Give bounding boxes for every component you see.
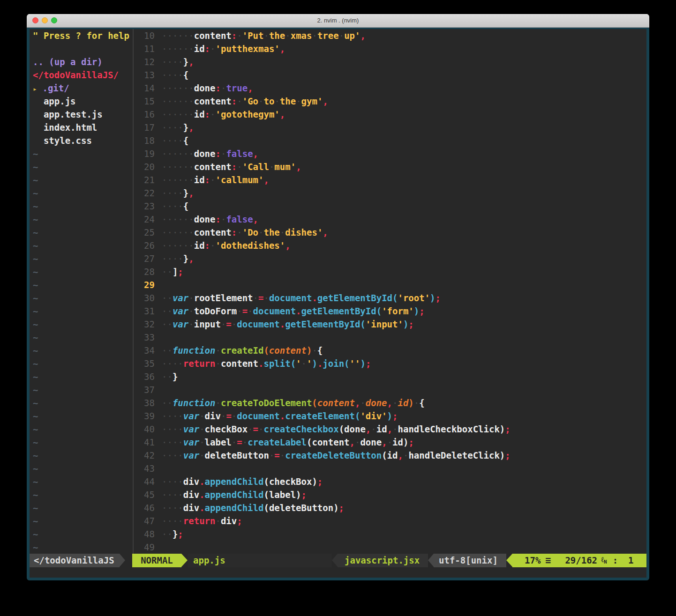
code-line[interactable]: 17····}, bbox=[134, 121, 646, 134]
whitespace-dot: · bbox=[173, 44, 178, 54]
code-line[interactable]: 30··var·rootElement·=·document.getElemen… bbox=[134, 291, 646, 304]
code-line[interactable]: 20······content:·'Call·mum', bbox=[134, 160, 646, 173]
editor-pane[interactable]: 10······content:·'Put·the·xmas·tree·up',… bbox=[134, 29, 646, 554]
code-line[interactable]: 39····var·div·=·document.createElement('… bbox=[134, 409, 646, 423]
whitespace-dot: · bbox=[167, 240, 172, 251]
code-line[interactable]: 36··} bbox=[134, 370, 646, 383]
code-line[interactable]: 27····}, bbox=[134, 252, 646, 265]
whitespace-dot: · bbox=[183, 96, 188, 106]
code-line[interactable]: 42····var·deleteButton·=·createDeleteBut… bbox=[134, 449, 646, 462]
code-line[interactable]: 22····}, bbox=[134, 186, 646, 200]
whitespace-dot: · bbox=[242, 437, 248, 447]
nerdtree-sidebar[interactable]: " Press ? for help.. (up a dir)</todoVan… bbox=[30, 29, 134, 554]
code-line[interactable]: 18····{ bbox=[134, 134, 646, 147]
code-line[interactable]: 34··function·createId(content)·{ bbox=[134, 344, 646, 357]
tree-item-index.html[interactable]: index.html bbox=[30, 121, 133, 134]
code-line[interactable]: 10······content:·'Put·the·xmas·tree·up', bbox=[134, 29, 646, 42]
code-line[interactable]: 25······content:·'Do·the·dishes', bbox=[134, 226, 646, 239]
segment-arrow-icon bbox=[332, 554, 338, 567]
tree-item-app.test.js[interactable]: app.test.js bbox=[30, 108, 133, 121]
whitespace-dot: · bbox=[173, 476, 178, 487]
code-line[interactable]: 37 bbox=[134, 383, 646, 396]
file-name: app.js bbox=[33, 96, 76, 106]
tree-root[interactable]: </todoVanillaJS/ bbox=[30, 68, 133, 82]
code-text: ······done:·true, bbox=[162, 82, 253, 95]
statusline: </todoVanillaJS NORMAL app.js javascript… bbox=[30, 554, 646, 567]
code-line[interactable]: 46····div.appendChild(deleteButton); bbox=[134, 501, 646, 514]
line-number: 21 bbox=[134, 173, 155, 186]
code-line[interactable]: 24······done:·false, bbox=[134, 213, 646, 226]
code-line[interactable]: 21······id:·'callmum', bbox=[134, 173, 646, 186]
code-line[interactable]: 16······id:·'gotothegym', bbox=[134, 108, 646, 121]
whitespace-dot: · bbox=[167, 70, 172, 80]
code-line[interactable]: 26······id:·'dothedishes', bbox=[134, 239, 646, 252]
code-line[interactable]: 11······id:·'putthexmas', bbox=[134, 42, 646, 55]
code-line[interactable]: 49 bbox=[134, 541, 646, 554]
disclosure-arrow-icon[interactable]: ▸ bbox=[33, 85, 37, 93]
code-line[interactable]: 45····div.appendChild(label); bbox=[134, 488, 646, 501]
empty-line-tilde: ~ bbox=[30, 200, 133, 213]
line-number: 36 bbox=[134, 370, 155, 383]
code-line[interactable]: 28··]; bbox=[134, 265, 646, 278]
tree-item-up-dir[interactable]: .. (up a dir) bbox=[30, 55, 133, 68]
whitespace-dot: · bbox=[355, 437, 360, 447]
title-bar[interactable]: 2. nvim . (nvim) bbox=[27, 14, 649, 28]
whitespace-dot: · bbox=[167, 306, 172, 316]
code-line[interactable]: 14······done:·true, bbox=[134, 82, 646, 95]
code-line[interactable]: 44····div.appendChild(checkBox); bbox=[134, 475, 646, 488]
empty-line-tilde: ~ bbox=[30, 186, 133, 200]
line-number: 24 bbox=[134, 213, 155, 226]
code-line[interactable]: 13····{ bbox=[134, 68, 646, 82]
empty-line-tilde: ~ bbox=[30, 501, 133, 514]
whitespace-dot: · bbox=[312, 30, 317, 41]
whitespace-dot: · bbox=[296, 96, 301, 106]
whitespace-dot: · bbox=[178, 227, 183, 237]
code-text: ······content:·'Put·the·xmas·tree·up', bbox=[162, 29, 366, 42]
code-line[interactable]: 40····var·checkBox·=·createCheckbox(done… bbox=[134, 423, 646, 436]
whitespace-dot: · bbox=[210, 240, 215, 251]
whitespace-dot: · bbox=[248, 424, 253, 434]
whitespace-dot: · bbox=[221, 319, 226, 329]
code-line[interactable]: 29 bbox=[134, 278, 646, 291]
code-line[interactable]: 35····return·content.split('·').join('')… bbox=[134, 357, 646, 370]
empty-line-tilde: ~ bbox=[30, 541, 133, 554]
whitespace-dot: · bbox=[178, 503, 183, 513]
code-line[interactable]: 43 bbox=[134, 462, 646, 475]
code-line[interactable]: 31··var·toDoForm·=·document.getElementBy… bbox=[134, 304, 646, 318]
code-text: ······id:·'putthexmas', bbox=[162, 42, 285, 55]
code-line[interactable]: 12····}, bbox=[134, 55, 646, 68]
whitespace-dot: · bbox=[167, 476, 172, 487]
whitespace-dot: · bbox=[178, 516, 183, 526]
whitespace-dot: · bbox=[162, 148, 167, 159]
code-line[interactable]: 32··var·input·=·document.getElementById(… bbox=[134, 318, 646, 331]
filename-segment: app.js bbox=[188, 554, 332, 567]
code-line[interactable]: 38··function·createToDoElement(content,·… bbox=[134, 396, 646, 409]
empty-line-tilde: ~ bbox=[30, 213, 133, 226]
empty-line-tilde: ~ bbox=[30, 423, 133, 436]
whitespace-dot: · bbox=[173, 109, 178, 119]
tree-item-app.js[interactable]: app.js bbox=[30, 95, 133, 108]
line-number: 46 bbox=[134, 501, 155, 514]
code-text: ····{ bbox=[162, 200, 188, 213]
whitespace-dot: · bbox=[167, 503, 172, 513]
whitespace-dot: · bbox=[188, 162, 194, 172]
code-line[interactable]: 33 bbox=[134, 331, 646, 344]
code-line[interactable]: 41····var·label·=·createLabel(content,·d… bbox=[134, 436, 646, 449]
command-line[interactable] bbox=[30, 567, 646, 578]
whitespace-dot: · bbox=[162, 175, 167, 185]
code-line[interactable]: 23····{ bbox=[134, 200, 646, 213]
line-number: 47 bbox=[134, 514, 155, 527]
empty-line-tilde: ~ bbox=[30, 226, 133, 239]
whitespace-dot: · bbox=[167, 122, 172, 133]
whitespace-dot: · bbox=[162, 188, 167, 198]
whitespace-dot: · bbox=[173, 411, 178, 421]
code-line[interactable]: 15······content:·'Go·to·the·gym', bbox=[134, 95, 646, 108]
whitespace-dot: · bbox=[167, 516, 172, 526]
code-line[interactable]: 48··}; bbox=[134, 527, 646, 541]
code-line[interactable]: 47····return·div; bbox=[134, 514, 646, 527]
code-line[interactable]: 19······done:·false, bbox=[134, 147, 646, 160]
whitespace-dot: · bbox=[221, 148, 226, 159]
tree-item-.git[interactable]: ▸ .git/ bbox=[30, 82, 133, 95]
whitespace-dot: · bbox=[173, 240, 178, 251]
tree-item-style.css[interactable]: style.css bbox=[30, 134, 133, 147]
